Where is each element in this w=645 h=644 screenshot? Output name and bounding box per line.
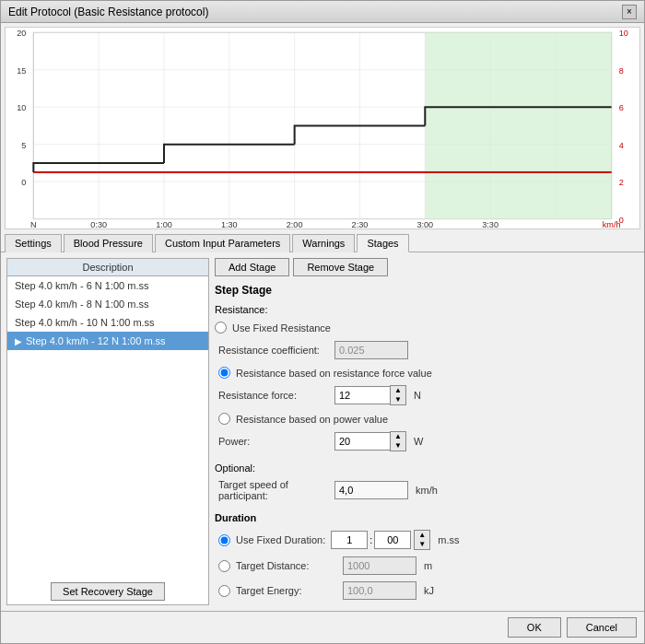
optional-label: Optional: (215, 463, 639, 474)
set-recovery-button[interactable]: Set Recovery Stage (51, 582, 165, 601)
fixed-resistance-radio[interactable] (215, 322, 227, 334)
target-distance-input[interactable] (343, 556, 416, 575)
add-stage-button[interactable]: Add Stage (215, 258, 289, 276)
duration-input-1[interactable] (331, 531, 368, 549)
tab-blood-pressure[interactable]: Blood Pressure (64, 234, 153, 252)
duration-unit: m.ss (438, 534, 459, 545)
main-window: Edit Protocol (Basic Resistance protocol… (0, 0, 645, 644)
resistance-power-label: Resistance based on power value (236, 414, 388, 425)
target-speed-unit: km/h (416, 485, 438, 496)
svg-text:3:00: 3:00 (416, 220, 433, 228)
resistance-force-unit: N (414, 390, 421, 401)
duration-down[interactable]: ▼ (415, 540, 429, 549)
resistance-power-radio-row: Resistance based on power value (215, 413, 639, 425)
tab-warnings[interactable]: Warnings (292, 234, 355, 252)
svg-text:4: 4 (619, 141, 624, 150)
fixed-duration-label: Use Fixed Duration: (236, 534, 325, 545)
svg-text:0:30: 0:30 (90, 220, 107, 228)
cancel-button[interactable]: Cancel (567, 617, 637, 638)
duration-label: Duration (215, 512, 639, 523)
resistance-coeff-row: Resistance coefficient: (215, 341, 639, 359)
resistance-label: Resistance: (215, 304, 639, 315)
content-area: Description Step 4.0 km/h - 6 N 1:00 m.s… (1, 252, 644, 611)
window-title: Edit Protocol (Basic Resistance protocol… (8, 6, 208, 18)
target-distance-row: Target Distance: m (215, 556, 639, 575)
svg-text:1:00: 1:00 (156, 220, 172, 228)
svg-text:0: 0 (21, 178, 26, 187)
resistance-coeff-label: Resistance coefficient: (218, 345, 329, 356)
svg-text:15: 15 (17, 66, 26, 76)
power-field-label: Power: (218, 436, 329, 447)
tab-settings[interactable]: Settings (5, 234, 62, 252)
svg-text:10: 10 (17, 103, 26, 112)
svg-text:8: 8 (619, 66, 624, 76)
svg-text:1:30: 1:30 (221, 220, 238, 228)
target-energy-label: Target Energy: (236, 585, 337, 596)
power-field-row: Power: ▲ ▼ W (215, 431, 639, 451)
svg-text:6: 6 (619, 103, 624, 112)
resistance-force-down[interactable]: ▼ (391, 395, 405, 404)
svg-text:2: 2 (619, 178, 624, 187)
power-unit: W (414, 436, 423, 447)
list-item-1-label: Step 4.0 km/h - 8 N 1:00 m.ss (15, 299, 149, 310)
target-distance-radio[interactable] (218, 560, 230, 572)
tabs-area: Settings Blood Pressure Custom Input Par… (1, 233, 644, 252)
resistance-force-spinner: ▲ ▼ (334, 385, 406, 405)
right-panel: Add Stage Remove Stage Step Stage Resist… (215, 258, 639, 605)
target-speed-input[interactable] (334, 481, 408, 499)
resistance-power-radio[interactable] (218, 413, 230, 425)
step-stage-title: Step Stage (215, 284, 639, 297)
list-item-2[interactable]: Step 4.0 km/h - 10 N 1:00 m.ss (7, 313, 208, 332)
list-header: Description (7, 259, 208, 276)
close-button[interactable]: × (622, 5, 637, 19)
duration-up[interactable]: ▲ (415, 531, 429, 540)
left-panel: Description Step 4.0 km/h - 6 N 1:00 m.s… (6, 258, 209, 605)
target-energy-radio[interactable] (218, 585, 230, 597)
svg-text:10: 10 (619, 29, 628, 38)
resistance-coeff-input[interactable] (334, 341, 408, 359)
chart-svg: 20 15 10 5 0 10 8 6 4 2 0 N 0:30 1:00 1:… (6, 28, 639, 228)
target-energy-unit: kJ (424, 585, 434, 596)
svg-text:2:00: 2:00 (287, 220, 303, 228)
target-distance-unit: m (424, 560, 432, 571)
tab-custom-input[interactable]: Custom Input Parameters (155, 234, 290, 252)
power-spinner: ▲ ▼ (334, 431, 406, 451)
svg-rect-17 (425, 32, 611, 218)
svg-text:5: 5 (21, 141, 26, 150)
resistance-force-input[interactable] (334, 386, 390, 404)
remove-stage-button[interactable]: Remove Stage (293, 258, 388, 276)
resistance-radio-group: Use Fixed Resistance (215, 322, 639, 334)
fixed-duration-radio[interactable] (218, 534, 230, 546)
resistance-force-radio[interactable] (218, 367, 230, 379)
duration-input-2[interactable] (374, 531, 411, 549)
list-item-0[interactable]: Step 4.0 km/h - 6 N 1:00 m.ss (7, 276, 208, 295)
play-icon: ▶ (15, 336, 22, 346)
list-item-2-label: Step 4.0 km/h - 10 N 1:00 m.ss (15, 317, 155, 328)
ok-button[interactable]: OK (508, 617, 561, 638)
svg-text:km/h: km/h (603, 220, 621, 228)
list-item-0-label: Step 4.0 km/h - 6 N 1:00 m.ss (15, 280, 149, 291)
target-speed-label: Target speed of participant: (218, 479, 329, 501)
resistance-force-field-row: Resistance force: ▲ ▼ N (215, 385, 639, 405)
resistance-force-radio-row: Resistance based on resistance force val… (215, 367, 639, 379)
list-item-3-label: Step 4.0 km/h - 12 N 1:00 m.ss (26, 335, 166, 346)
resistance-force-up[interactable]: ▲ (391, 386, 405, 395)
fixed-resistance-row: Use Fixed Resistance (215, 322, 639, 334)
fixed-resistance-label: Use Fixed Resistance (232, 322, 331, 334)
svg-text:2:30: 2:30 (352, 220, 369, 228)
power-up[interactable]: ▲ (391, 432, 405, 441)
tab-stages[interactable]: Stages (357, 234, 408, 252)
resistance-force-field-label: Resistance force: (218, 390, 329, 401)
chart-area: 20 15 10 5 0 10 8 6 4 2 0 N 0:30 1:00 1:… (5, 27, 640, 229)
power-down[interactable]: ▼ (391, 441, 405, 451)
list-item-3[interactable]: ▶ Step 4.0 km/h - 12 N 1:00 m.ss (7, 332, 208, 350)
duration-inputs: : ▲ ▼ (331, 530, 430, 550)
target-speed-row: Target speed of participant: km/h (215, 479, 639, 501)
svg-text:3:30: 3:30 (482, 220, 498, 228)
svg-text:N: N (30, 220, 37, 228)
list-item-1[interactable]: Step 4.0 km/h - 8 N 1:00 m.ss (7, 295, 208, 313)
power-input[interactable] (334, 432, 390, 451)
target-energy-input[interactable] (343, 581, 416, 600)
fixed-duration-row: Use Fixed Duration: : ▲ ▼ m.ss (215, 530, 639, 550)
target-energy-row: Target Energy: kJ (215, 581, 639, 600)
